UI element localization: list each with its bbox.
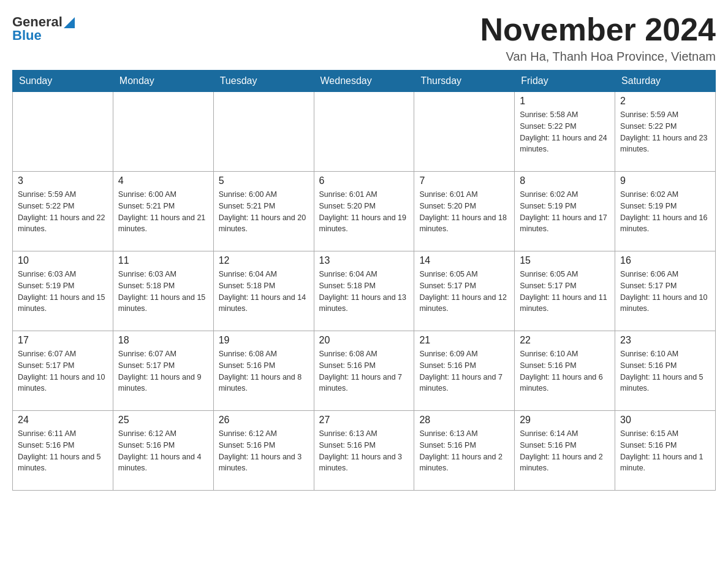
day-number: 23: [620, 335, 710, 346]
day-info: Sunrise: 6:14 AMSunset: 5:16 PMDaylight:…: [520, 428, 610, 474]
day-number: 30: [620, 415, 710, 426]
table-row: 23Sunrise: 6:10 AMSunset: 5:16 PMDayligh…: [615, 331, 716, 411]
day-number: 26: [219, 415, 309, 426]
table-row: [13, 92, 113, 172]
day-info: Sunrise: 6:09 AMSunset: 5:16 PMDaylight:…: [419, 348, 509, 394]
day-info: Sunrise: 6:03 AMSunset: 5:18 PMDaylight:…: [118, 269, 208, 315]
calendar-week-row: 24Sunrise: 6:11 AMSunset: 5:16 PMDayligh…: [13, 411, 716, 491]
day-info: Sunrise: 6:05 AMSunset: 5:17 PMDaylight:…: [419, 269, 509, 315]
table-row: 2Sunrise: 5:59 AMSunset: 5:22 PMDaylight…: [615, 92, 716, 172]
table-row: 11Sunrise: 6:03 AMSunset: 5:18 PMDayligh…: [113, 251, 213, 331]
header-thursday: Thursday: [414, 71, 515, 92]
table-row: 10Sunrise: 6:03 AMSunset: 5:19 PMDayligh…: [13, 251, 113, 331]
table-row: 8Sunrise: 6:02 AMSunset: 5:19 PMDaylight…: [515, 172, 615, 251]
day-info: Sunrise: 6:13 AMSunset: 5:16 PMDaylight:…: [419, 428, 509, 474]
day-number: 14: [419, 255, 509, 266]
table-row: 20Sunrise: 6:08 AMSunset: 5:16 PMDayligh…: [314, 331, 414, 411]
day-number: 17: [18, 335, 108, 346]
table-row: 6Sunrise: 6:01 AMSunset: 5:20 PMDaylight…: [314, 172, 414, 251]
calendar-week-row: 3Sunrise: 5:59 AMSunset: 5:22 PMDaylight…: [13, 172, 716, 251]
table-row: [414, 92, 515, 172]
day-info: Sunrise: 6:07 AMSunset: 5:17 PMDaylight:…: [118, 348, 208, 394]
day-info: Sunrise: 6:12 AMSunset: 5:16 PMDaylight:…: [219, 428, 309, 474]
day-info: Sunrise: 6:15 AMSunset: 5:16 PMDaylight:…: [620, 428, 710, 474]
day-number: 3: [18, 175, 108, 186]
table-row: 26Sunrise: 6:12 AMSunset: 5:16 PMDayligh…: [213, 411, 314, 491]
logo-blue: Blue: [12, 29, 42, 42]
logo-general: General: [12, 15, 63, 29]
day-number: 12: [219, 255, 309, 266]
day-info: Sunrise: 6:00 AMSunset: 5:21 PMDaylight:…: [118, 189, 208, 235]
table-row: 9Sunrise: 6:02 AMSunset: 5:19 PMDaylight…: [615, 172, 716, 251]
day-number: 7: [419, 175, 509, 186]
day-info: Sunrise: 6:07 AMSunset: 5:17 PMDaylight:…: [18, 348, 108, 394]
day-number: 21: [419, 335, 509, 346]
table-row: 21Sunrise: 6:09 AMSunset: 5:16 PMDayligh…: [414, 331, 515, 411]
day-info: Sunrise: 6:08 AMSunset: 5:16 PMDaylight:…: [319, 348, 409, 394]
day-number: 16: [620, 255, 710, 266]
calendar-week-row: 1Sunrise: 5:58 AMSunset: 5:22 PMDaylight…: [13, 92, 716, 172]
table-row: 16Sunrise: 6:06 AMSunset: 5:17 PMDayligh…: [615, 251, 716, 331]
table-row: [314, 92, 414, 172]
day-number: 11: [118, 255, 208, 266]
header-monday: Monday: [113, 71, 213, 92]
weekday-header-row: Sunday Monday Tuesday Wednesday Thursday…: [13, 71, 716, 92]
table-row: 13Sunrise: 6:04 AMSunset: 5:18 PMDayligh…: [314, 251, 414, 331]
day-info: Sunrise: 6:06 AMSunset: 5:17 PMDaylight:…: [620, 269, 710, 315]
table-row: 17Sunrise: 6:07 AMSunset: 5:17 PMDayligh…: [13, 331, 113, 411]
table-row: 12Sunrise: 6:04 AMSunset: 5:18 PMDayligh…: [213, 251, 314, 331]
day-number: 1: [520, 96, 610, 107]
day-info: Sunrise: 5:58 AMSunset: 5:22 PMDaylight:…: [520, 109, 610, 155]
table-row: 14Sunrise: 6:05 AMSunset: 5:17 PMDayligh…: [414, 251, 515, 331]
header-saturday: Saturday: [615, 71, 716, 92]
page-header: General Blue November 2024 Van Ha, Thanh…: [12, 12, 716, 64]
calendar-title: November 2024: [480, 12, 716, 47]
day-number: 22: [520, 335, 610, 346]
table-row: 15Sunrise: 6:05 AMSunset: 5:17 PMDayligh…: [515, 251, 615, 331]
day-info: Sunrise: 5:59 AMSunset: 5:22 PMDaylight:…: [18, 189, 108, 235]
table-row: 18Sunrise: 6:07 AMSunset: 5:17 PMDayligh…: [113, 331, 213, 411]
day-info: Sunrise: 6:03 AMSunset: 5:19 PMDaylight:…: [18, 269, 108, 315]
day-number: 6: [319, 175, 409, 186]
table-row: [113, 92, 213, 172]
table-row: 19Sunrise: 6:08 AMSunset: 5:16 PMDayligh…: [213, 331, 314, 411]
day-info: Sunrise: 6:00 AMSunset: 5:21 PMDaylight:…: [219, 189, 309, 235]
day-info: Sunrise: 6:01 AMSunset: 5:20 PMDaylight:…: [419, 189, 509, 235]
svg-marker-0: [64, 17, 75, 28]
table-row: 1Sunrise: 5:58 AMSunset: 5:22 PMDaylight…: [515, 92, 615, 172]
day-number: 28: [419, 415, 509, 426]
day-number: 20: [319, 335, 409, 346]
table-row: 3Sunrise: 5:59 AMSunset: 5:22 PMDaylight…: [13, 172, 113, 251]
day-info: Sunrise: 6:08 AMSunset: 5:16 PMDaylight:…: [219, 348, 309, 394]
calendar-week-row: 17Sunrise: 6:07 AMSunset: 5:17 PMDayligh…: [13, 331, 716, 411]
day-info: Sunrise: 6:04 AMSunset: 5:18 PMDaylight:…: [219, 269, 309, 315]
table-row: 28Sunrise: 6:13 AMSunset: 5:16 PMDayligh…: [414, 411, 515, 491]
table-row: 30Sunrise: 6:15 AMSunset: 5:16 PMDayligh…: [615, 411, 716, 491]
day-number: 5: [219, 175, 309, 186]
day-number: 19: [219, 335, 309, 346]
day-number: 9: [620, 175, 710, 186]
table-row: 22Sunrise: 6:10 AMSunset: 5:16 PMDayligh…: [515, 331, 615, 411]
day-number: 18: [118, 335, 208, 346]
day-info: Sunrise: 6:13 AMSunset: 5:16 PMDaylight:…: [319, 428, 409, 474]
table-row: 5Sunrise: 6:00 AMSunset: 5:21 PMDaylight…: [213, 172, 314, 251]
day-info: Sunrise: 6:01 AMSunset: 5:20 PMDaylight:…: [319, 189, 409, 235]
day-number: 25: [118, 415, 208, 426]
day-number: 4: [118, 175, 208, 186]
table-row: 29Sunrise: 6:14 AMSunset: 5:16 PMDayligh…: [515, 411, 615, 491]
table-row: 4Sunrise: 6:00 AMSunset: 5:21 PMDaylight…: [113, 172, 213, 251]
day-info: Sunrise: 6:02 AMSunset: 5:19 PMDaylight:…: [520, 189, 610, 235]
logo-triangle-icon: [64, 17, 75, 28]
day-info: Sunrise: 6:02 AMSunset: 5:19 PMDaylight:…: [620, 189, 710, 235]
day-number: 2: [620, 96, 710, 107]
day-number: 10: [18, 255, 108, 266]
day-info: Sunrise: 6:04 AMSunset: 5:18 PMDaylight:…: [319, 269, 409, 315]
table-row: 27Sunrise: 6:13 AMSunset: 5:16 PMDayligh…: [314, 411, 414, 491]
day-info: Sunrise: 6:12 AMSunset: 5:16 PMDaylight:…: [118, 428, 208, 474]
table-row: 7Sunrise: 6:01 AMSunset: 5:20 PMDaylight…: [414, 172, 515, 251]
table-row: 25Sunrise: 6:12 AMSunset: 5:16 PMDayligh…: [113, 411, 213, 491]
logo: General Blue: [12, 12, 75, 42]
day-number: 24: [18, 415, 108, 426]
header-sunday: Sunday: [13, 71, 113, 92]
day-number: 8: [520, 175, 610, 186]
